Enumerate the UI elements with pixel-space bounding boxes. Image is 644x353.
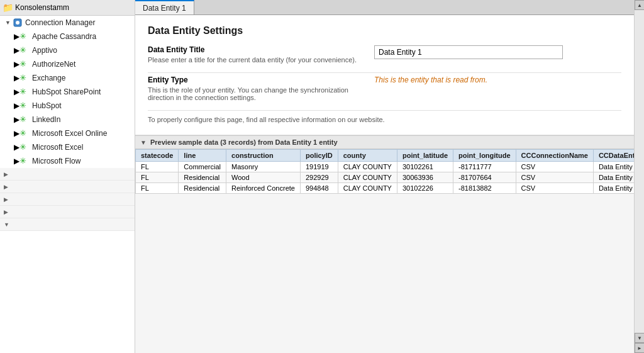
exchange-icon: ✳ xyxy=(19,73,30,83)
entity-title-input[interactable] xyxy=(374,45,563,59)
table-cell: -81707664 xyxy=(453,172,516,183)
table-cell: CLAY COUNTY xyxy=(338,172,397,183)
expand-row-4[interactable]: ▶ xyxy=(0,206,135,218)
table-cell: Masonry xyxy=(226,162,301,172)
divider-1 xyxy=(148,72,621,73)
preview-area: ▼ Preview sample data (3 records) from D… xyxy=(135,135,634,353)
table-cell: Reinforced Concrete xyxy=(226,183,301,194)
sidebar-item-authorizenet[interactable]: ▶ ✳ AuthorizeNet xyxy=(0,57,135,71)
table-cell: 191919 xyxy=(300,162,338,172)
col-construction: construction xyxy=(226,150,301,162)
entity-title-desc: Please enter a title for the current dat… xyxy=(148,56,374,64)
sidebar-item-microsoft-flow[interactable]: ▶ ✳ Microsoft Flow xyxy=(0,154,135,168)
apptivo-label: Apptivo xyxy=(32,46,57,55)
sidebar-item-hubspot[interactable]: ▶ ✳ HubSpot xyxy=(0,99,135,113)
arrow-icon: ▶ xyxy=(4,171,8,177)
sidebar-item-hubspot-sharepoint[interactable]: ▶ ✳ HubSpot SharePoint xyxy=(0,85,135,99)
preview-table-container[interactable]: statecode line construction policyID cou… xyxy=(135,149,634,353)
expand-arrow-icon: ▶ xyxy=(14,143,19,152)
table-cell: FL xyxy=(136,183,179,194)
table-cell: -81813882 xyxy=(453,183,516,194)
sidebar-item-connection-manager[interactable]: ▼ Connection Manager xyxy=(0,16,135,30)
expand-row-1[interactable]: ▶ xyxy=(0,168,135,181)
tab-data-entity-1[interactable]: Data Entity 1 xyxy=(135,0,194,14)
entity-title-heading: Data Entity Title xyxy=(148,45,374,54)
table-row: FLCommercialMasonry191919CLAY COUNTY3010… xyxy=(136,162,635,172)
expand-arrow-icon: ▶ xyxy=(14,87,19,96)
table-cell: CSV xyxy=(516,172,593,183)
table-cell: 994848 xyxy=(300,183,338,194)
entity-type-heading: Entity Type xyxy=(148,76,374,84)
hubspot-icon: ✳ xyxy=(19,101,30,111)
expand-arrow-icon: ▶ xyxy=(14,115,19,124)
table-cell: 292929 xyxy=(300,172,338,183)
sidebar-item-apache-cassandra[interactable]: ▶ ✳ Apache Cassandra xyxy=(0,30,135,43)
apache-cassandra-label: Apache Cassandra xyxy=(32,32,96,41)
scrollbar-right-btn[interactable]: ► xyxy=(635,343,644,353)
arrow-icon: ▶ xyxy=(4,184,8,190)
expand-arrow-icon: ▶ xyxy=(14,74,19,82)
arrow-icon: ▶ xyxy=(4,196,8,203)
scrollbar-up-btn[interactable]: ▲ xyxy=(635,0,644,10)
entity-title-section: Data Entity Title Please enter a title f… xyxy=(148,45,621,64)
linkedin-icon: ✳ xyxy=(19,115,30,125)
authorizenet-icon: ✳ xyxy=(19,59,30,69)
col-county: county xyxy=(338,150,397,162)
preview-table-header-row: statecode line construction policyID cou… xyxy=(136,150,635,162)
preview-collapse-icon[interactable]: ▼ xyxy=(140,139,147,146)
table-cell: 30102261 xyxy=(397,162,453,172)
table-cell: Data Entity 1 xyxy=(593,172,634,183)
expand-row-3[interactable]: ▶ xyxy=(0,193,135,206)
sidebar-root-item[interactable]: 📁 Konsolenstamm xyxy=(0,0,135,16)
hubspot-sharepoint-label: HubSpot SharePoint xyxy=(32,87,101,96)
table-cell: Residencial xyxy=(179,172,226,183)
linkedin-label: LinkedIn xyxy=(32,115,60,124)
sidebar-item-microsoft-excel-online[interactable]: ▶ ✳ Microsoft Excel Online xyxy=(0,126,135,140)
microsoft-excel-icon: ✳ xyxy=(19,142,30,152)
table-cell: 30063936 xyxy=(397,172,453,183)
sidebar: 📁 Konsolenstamm ▼ Connection Manager ▶ ✳… xyxy=(0,0,135,353)
entity-type-value: This is the entity that is read from. xyxy=(374,76,621,84)
tab-label: Data Entity 1 xyxy=(143,4,186,13)
exchange-label: Exchange xyxy=(32,74,65,82)
apache-cassandra-icon: ✳ xyxy=(19,31,30,42)
scrollbar-down-btn[interactable]: ▼ xyxy=(635,333,644,343)
microsoft-flow-label: Microsoft Flow xyxy=(32,157,80,165)
microsoft-excel-online-icon: ✳ xyxy=(19,128,30,138)
settings-title: Data Entity Settings xyxy=(148,25,621,36)
table-cell: Wood xyxy=(226,172,301,183)
sidebar-item-apptivo[interactable]: ▶ ✳ Apptivo xyxy=(0,43,135,57)
col-ccdataentityname: CCDataEntityName xyxy=(593,150,634,162)
table-row: FLResidencialReinforced Concrete994848CL… xyxy=(136,183,635,194)
scrollbar-track xyxy=(635,10,644,333)
arrow-icon: ▼ xyxy=(4,221,9,228)
sidebar-item-microsoft-excel[interactable]: ▶ ✳ Microsoft Excel xyxy=(0,140,135,154)
expand-row-5[interactable]: ▼ xyxy=(0,218,135,231)
entity-type-label-group: Entity Type This is the role of your ent… xyxy=(148,76,374,101)
table-cell: Data Entity 1 xyxy=(593,183,634,194)
table-row: FLResidencialWood292929CLAY COUNTY300639… xyxy=(136,172,635,183)
arrow-icon: ▶ xyxy=(4,209,8,215)
apptivo-icon: ✳ xyxy=(19,45,30,55)
entity-title-label-group: Data Entity Title Please enter a title f… xyxy=(148,45,374,64)
sidebar-item-exchange[interactable]: ▶ ✳ Exchange xyxy=(0,71,135,85)
expand-arrow-icon: ▶ xyxy=(14,32,19,41)
expand-rows-area: ▶ ▶ ▶ ▶ ▼ xyxy=(0,168,135,231)
microsoft-flow-icon: ✳ xyxy=(19,156,30,166)
col-policyid: policyID xyxy=(300,150,338,162)
entity-type-desc: This is the role of your entity. You can… xyxy=(148,86,374,101)
expand-arrow-icon: ▶ xyxy=(14,129,19,138)
folder-icon: 📁 xyxy=(3,3,13,13)
connection-manager-label: Connection Manager xyxy=(25,18,95,27)
entity-type-text: This is the entity that is read from. xyxy=(374,76,487,84)
expand-row-2[interactable]: ▶ xyxy=(0,181,135,193)
col-point-latitude: point_latitude xyxy=(397,150,453,162)
preview-header: ▼ Preview sample data (3 records) from D… xyxy=(135,136,634,149)
col-point-longitude: point_longitude xyxy=(453,150,516,162)
settings-panel: Data Entity Settings Data Entity Title P… xyxy=(135,15,634,135)
expand-arrow-icon: ▶ xyxy=(14,46,19,55)
right-panel: ▲ ▼ ► xyxy=(634,0,644,353)
sidebar-item-linkedin[interactable]: ▶ ✳ LinkedIn xyxy=(0,113,135,126)
expand-arrow-icon: ▶ xyxy=(14,157,19,165)
col-line: line xyxy=(179,150,226,162)
